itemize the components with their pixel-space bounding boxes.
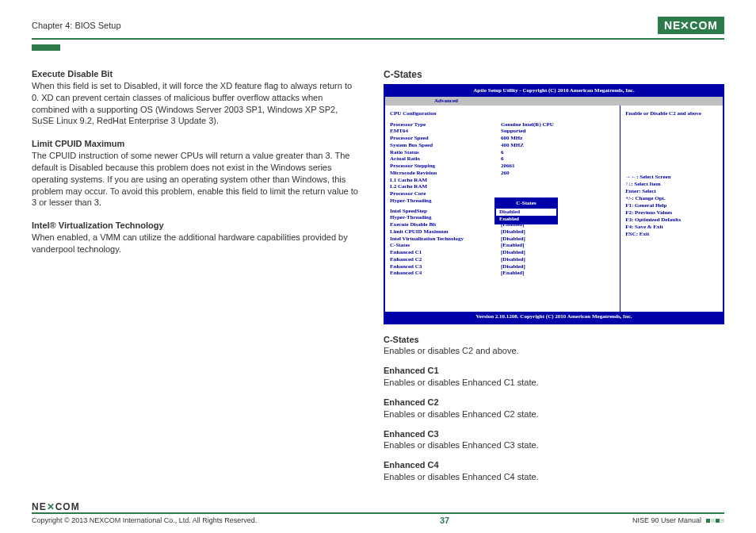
setting-v: [Enabled] [501, 270, 525, 277]
setting-k: Enhanced C2 [390, 256, 501, 263]
right-column: C-States Aptio Setup Utility - Copyright… [384, 68, 724, 483]
row-k: System Bus Speed [390, 142, 501, 149]
desc-h-ec4: Enhanced C4 [384, 459, 724, 471]
bios-tab-advanced: Advanced [434, 98, 458, 105]
help-line: →←: Select Screen [625, 174, 718, 181]
heading-limit-cpuid: Limit CPUID Maximum [32, 138, 360, 150]
desc-p-ec3: Enables or disables Enhanced C3 state. [384, 439, 724, 451]
desc-h-ec1: Enhanced C1 [384, 365, 724, 377]
help-line: +/-: Change Opt. [625, 195, 718, 202]
desc-p-cstates: Enables or disables C2 and above. [384, 345, 724, 357]
row-v: 6 [501, 149, 504, 156]
para-limit-cpuid: The CPUID instruction of some newer CPUs… [32, 150, 360, 209]
cpu-configuration-label: CPU Configuration [390, 110, 615, 117]
row-k: Ratio Status [390, 149, 501, 156]
bios-menubar: Main Advanced [385, 97, 723, 105]
bios-body-right: Enable or Disable C2 and above →←: Selec… [620, 105, 723, 312]
setting-v: [Disabled] [501, 249, 525, 256]
bios-body-left: CPU Configuration Processor TypeGenuine … [385, 105, 620, 312]
help-line: Enter: Select [625, 188, 718, 195]
header-rule [32, 38, 724, 40]
heading-intel-vt: Intel® Virtualization Technology [32, 220, 360, 232]
setting-k: Hyper-Threading [390, 214, 501, 221]
row-v: 600 MHz [501, 135, 522, 142]
row-k: EMT64 [390, 128, 501, 135]
row-v: 6 [501, 155, 504, 163]
row-v: 260 [501, 170, 510, 177]
popup-title: C-States [496, 199, 556, 208]
row-k: Hyper-Threading [390, 197, 501, 205]
bios-help-title: Enable or Disable C2 and above [625, 110, 718, 117]
page-number: 37 [440, 516, 449, 525]
bios-screenshot: Aptio Setup Utility - Copyright (C) 2010… [384, 84, 724, 324]
row-k: Microcode Revision [390, 170, 501, 177]
help-line: F4: Save & Exit [625, 224, 718, 231]
setting-k: C-States [390, 242, 501, 249]
setting-v: [Disabled] [501, 228, 525, 236]
para-execute-disable-bit: When this field is set to Disabled, it w… [32, 80, 360, 127]
heading-execute-disable-bit: Execute Disable Bit [32, 68, 360, 80]
desc-h-ec2: Enhanced C2 [384, 397, 724, 408]
setting-k: Enhanced C1 [390, 249, 501, 256]
row-k: Processor Stepping [390, 163, 501, 170]
row-k: Processor Speed [390, 135, 501, 142]
cstates-popup: C-States Disabled Enabled [494, 197, 558, 224]
setting-v: [Enabled] [501, 242, 525, 249]
popup-option-enabled: Enabled [496, 216, 556, 223]
help-line: F1: General Help [625, 202, 718, 209]
row-v: Supported [501, 128, 526, 135]
setting-k: Enhanced C3 [390, 263, 501, 270]
bios-titlebar: Aptio Setup Utility - Copyright (C) 2010… [385, 86, 723, 96]
setting-k: Intel SpeedStep [390, 208, 501, 215]
para-intel-vt: When enabled, a VMM can utilize the addi… [32, 232, 360, 255]
chapter-title: Chapter 4: BIOS Setup [32, 21, 121, 30]
help-line: ↑↓: Select Item [625, 181, 718, 188]
page-footer: NE✕COM Copyright © 2013 NEXCOM Internati… [32, 501, 724, 525]
bios-footer: Version 2.10.1208. Copyright (C) 2010 Am… [385, 312, 723, 322]
help-line: F2: Previous Values [625, 209, 718, 217]
popup-option-disabled: Disabled [496, 209, 556, 216]
setting-v: [Disabled] [501, 263, 525, 270]
help-line: F3: Optimized Defaults [625, 217, 718, 224]
setting-k: Execute Disable Bit [390, 221, 501, 228]
row-k: L2 Cache RAM [390, 183, 501, 190]
footer-logo: NE✕COM [32, 501, 724, 512]
row-v: 400 MHZ [501, 142, 524, 149]
green-tab [32, 44, 60, 51]
section-title-cstates: C-States [384, 68, 724, 81]
row-k: Actual Ratio [390, 155, 501, 163]
manual-name: NISE 90 User Manual [632, 516, 701, 524]
desc-h-ec3: Enhanced C3 [384, 428, 724, 440]
setting-v: [Disabled] [501, 236, 525, 243]
desc-p-ec4: Enables or disables Enhanced C4 state. [384, 471, 724, 483]
copyright-text: Copyright © 2013 NEXCOM International Co… [32, 516, 257, 524]
setting-k: Intel Virtualization Technology [390, 236, 501, 243]
left-column: Execute Disable Bit When this field is s… [32, 68, 360, 483]
row-k: Processor Type [390, 121, 501, 128]
setting-v: [Disabled] [501, 256, 525, 263]
desc-h-cstates: C-States [384, 334, 724, 346]
row-v: 20661 [501, 163, 515, 170]
row-v: Genuine Intel(R) CPU [501, 121, 554, 128]
row-k: L1 Cache RAM [390, 177, 501, 184]
desc-p-ec1: Enables or disables Enhanced C1 state. [384, 377, 724, 389]
brand-logo: NE✕COM [658, 17, 724, 34]
desc-p-ec2: Enables or disables Enhanced C2 state. [384, 408, 724, 420]
footer-squares-icon [706, 519, 724, 523]
row-k: Processor Core [390, 190, 501, 197]
setting-k: Enhanced C4 [390, 270, 501, 277]
help-line: ESC: Exit [625, 231, 718, 238]
setting-k: Limit CPUID Maximum [390, 228, 501, 236]
